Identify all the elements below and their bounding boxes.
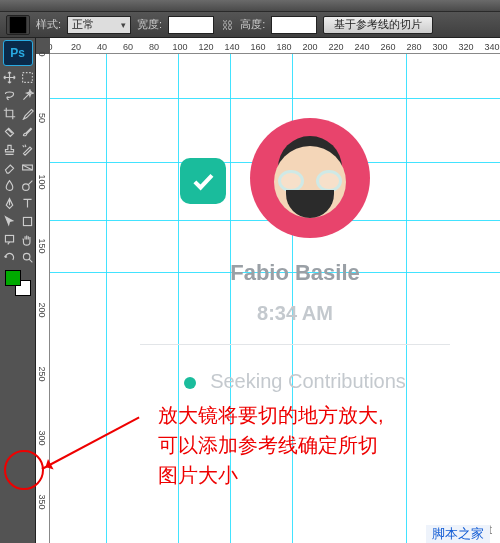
ruler-tick: 350 [37, 494, 47, 509]
width-field[interactable] [168, 16, 214, 34]
shape-tool[interactable] [18, 212, 36, 230]
status-row: Seeking Contributions [100, 370, 490, 393]
style-label: 样式: [36, 17, 61, 32]
dodge-tool[interactable] [18, 176, 36, 194]
svg-rect-0 [22, 72, 32, 82]
ruler-tick: 160 [250, 42, 265, 52]
time-label: 8:34 AM [100, 302, 490, 325]
annotation-line-3: 图片大小 [158, 460, 458, 490]
ruler-tick: 240 [354, 42, 369, 52]
ruler-tick: 120 [198, 42, 213, 52]
width-label: 宽度: [137, 17, 162, 32]
ruler-tick: 250 [37, 366, 47, 381]
annotation-line-1: 放大镜将要切的地方放大, [158, 400, 458, 430]
color-swatches[interactable] [5, 270, 31, 296]
app-badge: Ps [3, 40, 33, 66]
ruler-tick: 320 [458, 42, 473, 52]
ruler-horizontal[interactable]: 0204060801001201401601802002202402602803… [50, 38, 500, 54]
gradient-tool[interactable] [18, 158, 36, 176]
divider [140, 344, 450, 345]
height-field[interactable] [271, 16, 317, 34]
ruler-tick: 300 [432, 42, 447, 52]
brush-tool[interactable] [18, 122, 36, 140]
link-icon[interactable]: ⛓ [220, 19, 234, 31]
notes-tool[interactable] [0, 230, 18, 248]
tool-grid [0, 68, 35, 266]
svg-point-2 [22, 183, 29, 190]
zoom-tool[interactable] [18, 248, 36, 266]
ruler-tick: 140 [224, 42, 239, 52]
avatar [250, 118, 370, 238]
ruler-tick: 40 [97, 42, 107, 52]
style-value: 正常 [72, 17, 94, 32]
ruler-tick: 200 [37, 302, 47, 317]
ruler-tick: 150 [37, 238, 47, 253]
stamp-tool[interactable] [0, 140, 18, 158]
user-name: Fabio Basile [100, 260, 490, 286]
ruler-tick: 180 [276, 42, 291, 52]
annotation-text: 放大镜将要切的地方放大, 可以添加参考线确定所切 图片大小 [158, 400, 458, 490]
ruler-tick: 20 [71, 42, 81, 52]
type-tool[interactable] [18, 194, 36, 212]
glasses-icon [278, 170, 342, 192]
path-select-tool[interactable] [0, 212, 18, 230]
marquee-tool[interactable] [18, 68, 36, 86]
check-badge [180, 158, 226, 204]
status-dot-icon [184, 377, 196, 389]
height-label: 高度: [240, 17, 265, 32]
lasso-tool[interactable] [0, 86, 18, 104]
crop-tool[interactable] [0, 104, 18, 122]
svg-rect-3 [23, 217, 31, 225]
options-bar: 样式: 正常 ▾ 宽度: ⛓ 高度: 基于参考线的切片 [0, 12, 500, 38]
ruler-tick: 0 [50, 42, 53, 52]
history-brush-tool[interactable] [18, 140, 36, 158]
toolbox: Ps [0, 38, 36, 543]
ruler-tick: 220 [328, 42, 343, 52]
check-icon [190, 168, 216, 194]
foreground-color-swatch[interactable] [5, 270, 21, 286]
annotation-line-2: 可以添加参考线确定所切 [158, 430, 458, 460]
wand-tool[interactable] [18, 86, 36, 104]
hand-tool[interactable] [18, 230, 36, 248]
menu-bar [0, 0, 500, 12]
ruler-tick: 60 [123, 42, 133, 52]
ruler-tick: 200 [302, 42, 317, 52]
footer-link[interactable]: 脚本之家 [426, 525, 490, 543]
svg-rect-4 [5, 235, 13, 242]
ruler-tick: 0 [37, 51, 47, 56]
rotate-view-tool[interactable] [0, 248, 18, 266]
ruler-tick: 280 [406, 42, 421, 52]
ruler-tick: 260 [380, 42, 395, 52]
move-tool[interactable] [0, 68, 18, 86]
eraser-tool[interactable] [0, 158, 18, 176]
svg-point-5 [23, 253, 30, 260]
ruler-tick: 50 [37, 113, 47, 123]
ruler-tick: 100 [172, 42, 187, 52]
chevron-down-icon: ▾ [121, 20, 126, 30]
pen-tool[interactable] [0, 194, 18, 212]
status-text: Seeking Contributions [210, 370, 406, 392]
ruler-tick: 340 [484, 42, 499, 52]
eyedropper-tool[interactable] [18, 104, 36, 122]
heal-tool[interactable] [0, 122, 18, 140]
current-tool-icon[interactable] [6, 15, 30, 35]
style-select[interactable]: 正常 ▾ [67, 16, 131, 34]
slice-from-guides-button[interactable]: 基于参考线的切片 [323, 16, 433, 34]
ruler-tick: 80 [149, 42, 159, 52]
ruler-tick: 100 [37, 174, 47, 189]
ruler-tick: 300 [37, 430, 47, 445]
blur-tool[interactable] [0, 176, 18, 194]
